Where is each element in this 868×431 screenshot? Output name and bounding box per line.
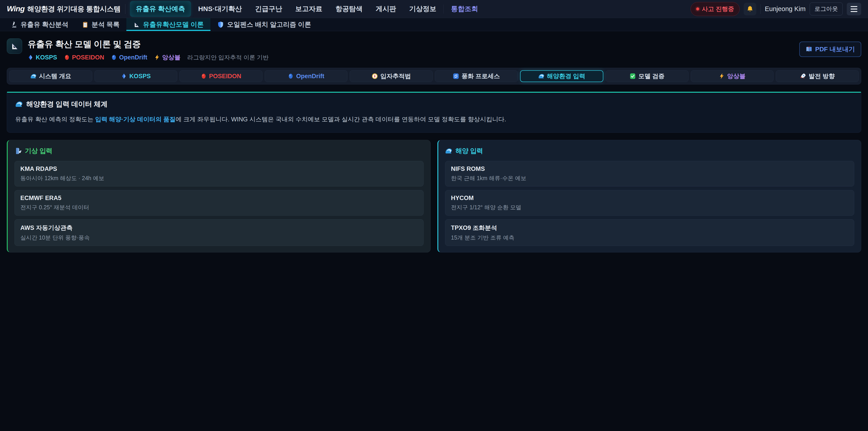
- logout-button[interactable]: 로그아웃: [810, 2, 843, 16]
- wave-icon: [445, 147, 452, 155]
- section-poseidon[interactable]: POSEIDON: [180, 70, 262, 82]
- badge-opendrift: OpenDrift: [111, 54, 147, 61]
- app-title: 해양환경 위기대응 통합시스템: [27, 4, 121, 14]
- tab-oil-spill-analysis[interactable]: 유출유 확산분석: [4, 18, 75, 31]
- menu-reports[interactable]: 보고자료: [289, 1, 328, 17]
- page-title: 유출유 확산 모델 이론 및 검증: [28, 38, 269, 50]
- tab-label: 분석 목록: [92, 20, 120, 29]
- diamond-icon: [121, 73, 127, 79]
- tab-label: 유출유 확산분석: [21, 20, 68, 29]
- user-name: Eunjeong Kim: [765, 5, 806, 13]
- incident-badge-label: 사고 진행중: [702, 5, 734, 13]
- red-dot-icon: [201, 73, 207, 79]
- section-marine-environment-input[interactable]: 해양환경 입력: [520, 70, 603, 82]
- card-title: 기상 입력: [25, 147, 53, 155]
- diamond-icon: [28, 55, 33, 60]
- lightning-icon: [719, 73, 725, 79]
- top-nav: Wing 해양환경 위기대응 통합시스템 유출유 확산예측 HNS·대기확산 긴…: [0, 0, 868, 18]
- menu-emergency-rescue[interactable]: 긴급구난: [249, 1, 288, 17]
- blue-dot-icon: [288, 73, 293, 79]
- card-header: 해양 입력: [445, 147, 854, 155]
- lightning-icon: [154, 55, 160, 60]
- section-nav: 시스템 개요 KOSPS POSEIDON OpenDrift 입자추: [7, 68, 861, 85]
- app-logo[interactable]: Wing 해양환경 위기대응 통합시스템: [7, 4, 121, 14]
- section-system-overview[interactable]: 시스템 개요: [9, 70, 92, 82]
- panel-title: 해양환경 입력 데이터 체계: [26, 99, 107, 109]
- rocket-icon: [800, 73, 806, 79]
- hamburger-menu-button[interactable]: [847, 3, 861, 16]
- marine-input-data-panel: 해양환경 입력 데이터 체계 유출유 확산 예측의 정확도는 입력 해양·기상 …: [7, 92, 861, 133]
- section-ensemble[interactable]: 앙상블: [691, 70, 774, 82]
- section-particle-tracking[interactable]: 입자추적법: [350, 70, 433, 82]
- section-opendrift[interactable]: OpenDrift: [265, 70, 348, 82]
- section-kosps[interactable]: KOSPS: [94, 70, 178, 82]
- card-title: 해양 입력: [456, 147, 483, 155]
- clipboard-icon: [82, 21, 89, 28]
- incident-in-progress-badge[interactable]: 사고 진행중: [690, 2, 740, 16]
- section-future-direction[interactable]: 발전 방향: [776, 70, 859, 82]
- shield-icon: [217, 21, 224, 28]
- section-weathering-process[interactable]: 풍화 프로세스: [435, 70, 518, 82]
- hamburger-menu-icon: [850, 6, 857, 7]
- list-item-hycom[interactable]: HYCOM 전지구 1/12° 해양 순환 모델: [445, 190, 854, 216]
- microscope-icon: [11, 21, 18, 28]
- tab-label: 오일펜스 배치 알고리즘 이론: [227, 20, 311, 29]
- wind-face-icon: [14, 147, 22, 155]
- logo-wordmark: Wing: [7, 4, 25, 13]
- refresh-icon: [453, 73, 459, 79]
- compass-icon: [372, 73, 378, 79]
- menu-integrated-search[interactable]: 통합조회: [445, 1, 484, 17]
- main-menu: 유출유 확산예측 HNS·대기확산 긴급구난 보고자료 항공탐색 게시판 기상정…: [130, 1, 484, 17]
- menu-oil-spill-prediction[interactable]: 유출유 확산예측: [130, 1, 191, 17]
- menu-aerial-search[interactable]: 항공탐색: [330, 1, 368, 17]
- badge-ensemble: 앙상블: [154, 53, 181, 61]
- tab-spill-model-theory[interactable]: 유출유확산모델 이론: [126, 18, 211, 31]
- page-content: 유출유 확산 모델 이론 및 검증 KOSPS POSEIDON: [0, 38, 868, 252]
- pdf-export-button[interactable]: PDF 내보내기: [799, 41, 861, 57]
- panel-heading: 해양환경 입력 데이터 체계: [15, 99, 853, 109]
- tab-analysis-list[interactable]: 분석 목록: [75, 18, 126, 31]
- menu-weather-info[interactable]: 기상정보: [403, 1, 442, 17]
- card-header: 기상 입력: [14, 147, 424, 155]
- menu-hns-air-diffusion[interactable]: HNS·대기확산: [192, 1, 248, 17]
- tab-oil-fence-algorithm-theory[interactable]: 오일펜스 배치 알고리즘 이론: [211, 18, 318, 31]
- pdf-export-label: PDF 내보내기: [815, 45, 855, 54]
- badge-poseidon: POSEIDON: [64, 54, 104, 61]
- list-item-nifs-roms[interactable]: NIFS ROMS 한국 근해 1km 해류·수온 예보: [445, 161, 854, 186]
- red-dot-icon: [64, 55, 70, 60]
- nav-right-cluster: 사고 진행중 Eunjeong Kim 로그아웃: [690, 2, 861, 16]
- divider: [443, 4, 444, 13]
- badge-kosps: KOSPS: [28, 54, 57, 61]
- list-item-aws-observation[interactable]: AWS 자동기상관측 실시간 10분 단위 풍향·풍속: [14, 219, 424, 246]
- triangle-ruler-icon: [10, 42, 19, 51]
- weather-input-card: 기상 입력 KMA RDAPS 동아시아 12km 해상도 · 24h 예보 E…: [7, 140, 431, 252]
- sub-tab-bar: 유출유 확산분석 분석 목록 유출유확산모델 이론 오일펜스 배치 알고리즘 이…: [0, 18, 868, 31]
- wave-icon: [30, 73, 37, 79]
- highlighted-text: 입력 해양·기상 데이터의 품질: [95, 116, 176, 123]
- badge-note: 라그랑지안 입자추적 이론 기반: [187, 54, 269, 61]
- model-badge-row: KOSPS POSEIDON OpenDrift: [28, 53, 269, 61]
- wave-icon: [15, 100, 23, 108]
- notifications-button[interactable]: [744, 3, 756, 16]
- input-data-cards: 기상 입력 KMA RDAPS 동아시아 12km 해상도 · 24h 예보 E…: [7, 140, 861, 252]
- card-item-list: KMA RDAPS 동아시아 12km 해상도 · 24h 예보 ECMWF E…: [14, 161, 424, 246]
- list-item-ecmwf-era5[interactable]: ECMWF ERA5 전지구 0.25° 재분석 데이터: [14, 190, 424, 216]
- blue-dot-icon: [111, 55, 117, 60]
- open-book-icon: [806, 46, 812, 53]
- list-item-kma-rdaps[interactable]: KMA RDAPS 동아시아 12km 해상도 · 24h 예보: [14, 161, 424, 186]
- status-dot-icon: [696, 7, 699, 10]
- check-icon: [629, 73, 636, 79]
- menu-board[interactable]: 게시판: [370, 1, 402, 17]
- tab-label: 유출유확산모델 이론: [143, 20, 204, 29]
- page-header: 유출유 확산 모델 이론 및 검증 KOSPS POSEIDON: [7, 38, 861, 61]
- panel-description: 유출유 확산 예측의 정확도는 입력 해양·기상 데이터의 품질에 크게 좌우됩…: [15, 115, 853, 124]
- section-model-validation[interactable]: 모델 검증: [606, 70, 688, 82]
- bell-icon: [746, 5, 754, 13]
- wave-icon: [538, 73, 545, 79]
- page-title-iconbox: [7, 38, 22, 54]
- card-item-list: NIFS ROMS 한국 근해 1km 해류·수온 예보 HYCOM 전지구 1…: [445, 161, 854, 246]
- list-item-tpxo9[interactable]: TPXO9 조화분석 15개 분조 기반 조류 예측: [445, 219, 854, 246]
- triangle-ruler-icon: [133, 21, 140, 28]
- ocean-input-card: 해양 입력 NIFS ROMS 한국 근해 1km 해류·수온 예보 HYCOM…: [437, 140, 861, 252]
